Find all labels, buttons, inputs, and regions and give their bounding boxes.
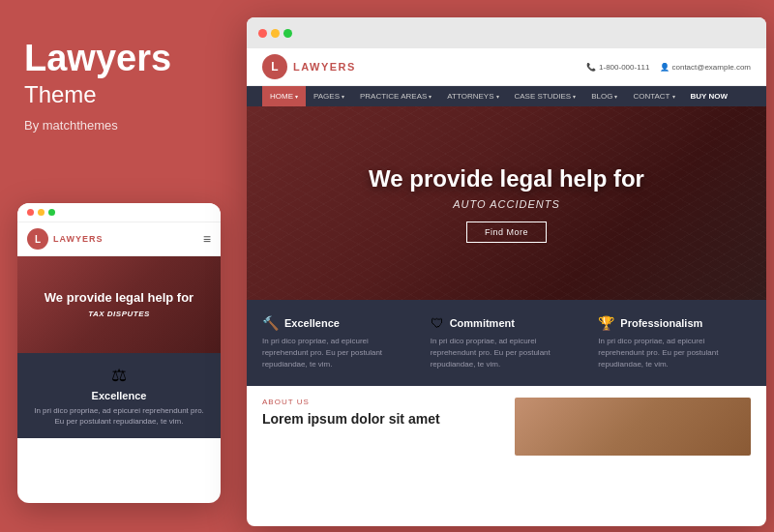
feature-professionalism-title: Professionalism bbox=[620, 317, 702, 329]
mobile-mockup: L LAWYERS ≡ We provide legal help for TA… bbox=[17, 203, 221, 503]
mobile-feature-text: In pri dico propriae, ad epicurei repreh… bbox=[29, 405, 209, 427]
feature-professionalism: 🏆 Professionalism In pri dico propriae, … bbox=[598, 315, 751, 370]
desktop-window-dots bbox=[258, 24, 296, 42]
mobile-hamburger-icon[interactable]: ≡ bbox=[203, 231, 211, 247]
site-logo-circle: L bbox=[262, 54, 287, 79]
site-about-left: ABOUT US Lorem ipsum dolor sit amet bbox=[262, 398, 499, 428]
mobile-hero: We provide legal help for TAX DISPUTES bbox=[17, 256, 221, 353]
site-hero-content: We provide legal help for AUTO ACCIDENTS… bbox=[247, 106, 766, 300]
nav-item-pages[interactable]: PAGES ▾ bbox=[306, 86, 352, 106]
site-nav: HOME ▾ PAGES ▾ PRACTICE AREAS ▾ ATTORNEY… bbox=[247, 86, 766, 106]
site-hero-title: We provide legal help for bbox=[369, 164, 644, 193]
feature-commitment-title: Commitment bbox=[450, 317, 515, 329]
site-logo: L LAWYERS bbox=[262, 54, 356, 79]
trophy-icon: 🏆 bbox=[598, 315, 614, 331]
left-panel: Lawyers Theme By matchthemes L LAWYERS ≡… bbox=[0, 0, 240, 532]
phone-number: 1-800-000-111 bbox=[599, 63, 649, 72]
theme-subtitle: Theme bbox=[24, 81, 216, 108]
hammer-icon: 🔨 bbox=[262, 315, 279, 331]
nav-item-contact[interactable]: CONTACT ▾ bbox=[625, 86, 682, 106]
about-title: Lorem ipsum dolor sit amet bbox=[262, 410, 499, 428]
mobile-logo-text: LAWYERS bbox=[53, 234, 104, 244]
mobile-window-dots bbox=[27, 209, 55, 216]
find-more-button[interactable]: Find More bbox=[466, 222, 547, 243]
desktop-top-bar bbox=[247, 17, 766, 48]
nav-item-blog[interactable]: BLOG ▾ bbox=[583, 86, 625, 106]
site-header-right: 📞 1-800-000-111 👤 contact@example.com bbox=[586, 63, 751, 72]
nav-item-buy-now[interactable]: BUY NOW bbox=[683, 86, 736, 106]
feature-professionalism-text: In pri dico propriae, ad epicurei repreh… bbox=[598, 336, 751, 370]
feature-excellence-header: 🔨 Excellence bbox=[262, 315, 415, 331]
nav-item-case-studies[interactable]: CASE STUDIES ▾ bbox=[507, 86, 584, 106]
about-image-placeholder bbox=[515, 398, 752, 456]
site-logo-name: LAWYERS bbox=[293, 61, 356, 73]
feature-excellence-title: Excellence bbox=[284, 317, 340, 329]
site-hero: We provide legal help for AUTO ACCIDENTS… bbox=[247, 106, 766, 300]
mobile-hero-sub: TAX DISPUTES bbox=[45, 310, 194, 319]
mobile-top-bar bbox=[17, 203, 221, 222]
mobile-feature-icon: ⚖ bbox=[29, 365, 209, 386]
mobile-feature: ⚖ Excellence In pri dico propriae, ad ep… bbox=[17, 353, 221, 438]
feature-professionalism-header: 🏆 Professionalism bbox=[598, 315, 751, 331]
phone-info: 📞 1-800-000-111 bbox=[586, 63, 649, 72]
feature-commitment: 🛡 Commitment In pri dico propriae, ad ep… bbox=[431, 315, 583, 370]
phone-icon: 📞 bbox=[586, 63, 596, 72]
feature-excellence: 🔨 Excellence In pri dico propriae, ad ep… bbox=[262, 315, 415, 370]
mobile-logo: L LAWYERS bbox=[27, 228, 104, 250]
about-label: ABOUT US bbox=[262, 398, 499, 406]
theme-title: Lawyers bbox=[24, 39, 216, 79]
about-image bbox=[515, 398, 752, 456]
email-info: 👤 contact@example.com bbox=[660, 63, 752, 72]
site-features-strip: 🔨 Excellence In pri dico propriae, ad ep… bbox=[247, 300, 766, 386]
site-header: L LAWYERS 📞 1-800-000-111 👤 contact@exam… bbox=[247, 48, 766, 86]
mobile-hero-text: We provide legal help for TAX DISPUTES bbox=[35, 290, 203, 319]
nav-item-home[interactable]: HOME ▾ bbox=[262, 86, 306, 106]
feature-commitment-text: In pri dico propriae, ad epicurei repreh… bbox=[431, 336, 583, 370]
mobile-header: L LAWYERS ≡ bbox=[17, 222, 221, 256]
desktop-mockup: L LAWYERS 📞 1-800-000-111 👤 contact@exam… bbox=[247, 17, 766, 526]
shield-icon: 🛡 bbox=[431, 315, 444, 331]
nav-item-practice-areas[interactable]: PRACTICE AREAS ▾ bbox=[352, 86, 439, 106]
person-icon: 👤 bbox=[660, 63, 670, 72]
theme-by: By matchthemes bbox=[24, 118, 216, 133]
nav-item-attorneys[interactable]: ATTORNEYS ▾ bbox=[439, 86, 506, 106]
email-address: contact@example.com bbox=[672, 63, 752, 72]
mobile-logo-circle: L bbox=[27, 228, 48, 250]
feature-commitment-header: 🛡 Commitment bbox=[431, 315, 583, 331]
site-about-strip: ABOUT US Lorem ipsum dolor sit amet bbox=[247, 386, 766, 467]
site-hero-sub: AUTO ACCIDENTS bbox=[453, 198, 560, 210]
feature-excellence-text: In pri dico propriae, ad epicurei repreh… bbox=[262, 336, 415, 370]
mobile-feature-title: Excellence bbox=[29, 390, 209, 401]
